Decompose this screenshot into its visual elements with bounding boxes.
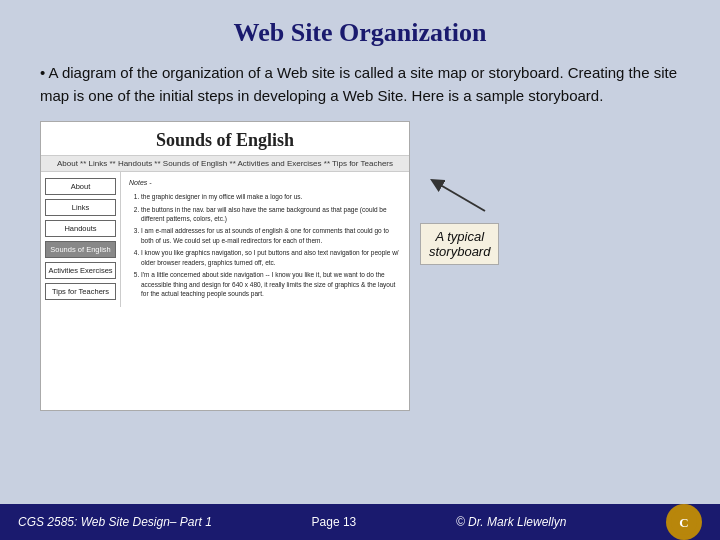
main-content: Web Site Organization • A diagram of the…: [0, 0, 720, 504]
content-area: Sounds of English About ** Links ** Hand…: [40, 121, 680, 411]
sb-header: Sounds of English: [41, 122, 409, 156]
annotation-label: A typical storyboard: [420, 223, 499, 265]
sb-sidebar-tips: Tips for Teachers: [45, 283, 116, 300]
svg-line-1: [437, 183, 485, 211]
sb-sidebar-handouts: Handouts: [45, 220, 116, 237]
sb-sidebar-sounds: Sounds of English: [45, 241, 116, 258]
sb-sidebar-activities: Activities Exercises: [45, 262, 116, 279]
footer-left: CGS 2585: Web Site Design– Part 1: [18, 515, 212, 529]
list-item: I am e-mail addresses for us at sounds o…: [141, 226, 401, 245]
annotation-wrapper: A typical storyboard: [420, 171, 499, 265]
logo-icon: C: [670, 508, 698, 536]
sb-sidebar-links: Links: [45, 199, 116, 216]
list-item: I'm a little concerned about side naviga…: [141, 270, 401, 298]
footer-items: CGS 2585: Web Site Design– Part 1 Page 1…: [18, 504, 702, 540]
sb-note: Notes -: [129, 178, 401, 188]
sb-sidebar: About Links Handouts Sounds of English A…: [41, 172, 121, 307]
sb-list: the graphic designer in my office will m…: [129, 192, 401, 298]
bullet-symbol: •: [40, 64, 49, 81]
list-item: the graphic designer in my office will m…: [141, 192, 401, 201]
footer-logo: C: [666, 504, 702, 540]
sb-sidebar-about: About: [45, 178, 116, 195]
sb-header-title: Sounds of English: [45, 130, 405, 151]
sb-main-content: Notes - the graphic designer in my offic…: [121, 172, 409, 307]
sb-nav-bar: About ** Links ** Handouts ** Sounds of …: [41, 156, 409, 172]
slide-title: Web Site Organization: [40, 18, 680, 48]
annotation-arrow: [425, 171, 495, 221]
bullet-content: A diagram of the organization of a Web s…: [40, 64, 677, 104]
sb-body: About Links Handouts Sounds of English A…: [41, 172, 409, 307]
footer-right: © Dr. Mark Llewellyn: [456, 515, 566, 529]
list-item: I know you like graphics navigation, so …: [141, 248, 401, 267]
list-item: the buttons in the nav. bar will also ha…: [141, 205, 401, 224]
footer: CGS 2585: Web Site Design– Part 1 Page 1…: [0, 504, 720, 540]
storyboard-image: Sounds of English About ** Links ** Hand…: [40, 121, 410, 411]
svg-text:C: C: [679, 515, 688, 530]
annotation-text: A typical storyboard: [429, 229, 490, 259]
slide-container: Web Site Organization • A diagram of the…: [0, 0, 720, 540]
bullet-text: • A diagram of the organization of a Web…: [40, 62, 680, 107]
footer-center: Page 13: [312, 515, 357, 529]
